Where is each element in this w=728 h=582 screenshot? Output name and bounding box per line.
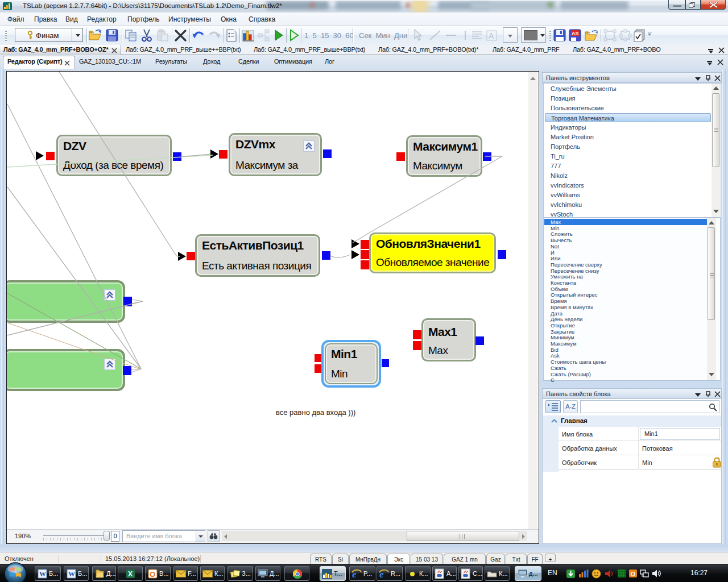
svg-text:W: W <box>39 570 46 578</box>
svg-text:O: O <box>631 571 636 577</box>
svg-text:W: W <box>68 570 75 578</box>
svg-text:O: O <box>150 570 155 579</box>
svg-text:A: A <box>489 31 494 40</box>
svg-text:AS: AS <box>572 31 579 36</box>
svg-text:X: X <box>128 570 133 578</box>
